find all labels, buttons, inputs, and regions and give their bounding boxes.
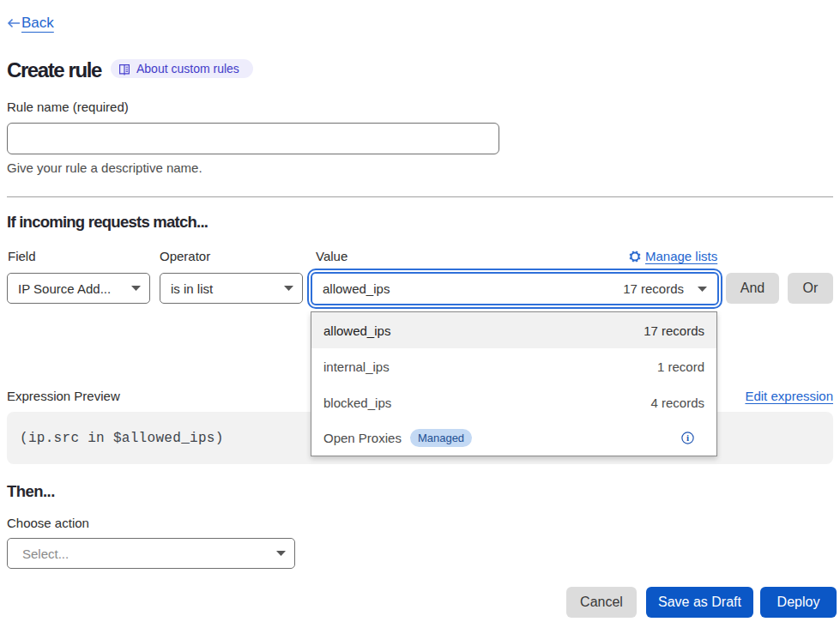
svg-text:i: i	[686, 432, 689, 443]
